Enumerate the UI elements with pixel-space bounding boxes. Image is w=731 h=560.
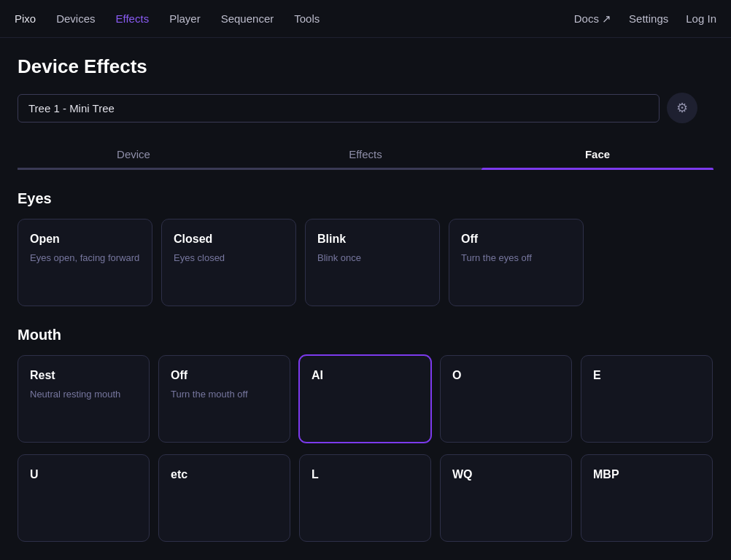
eye-card-open-title: Open bbox=[30, 233, 140, 246]
mouth-cards-row2: U etc L WQ MBP bbox=[18, 454, 713, 542]
nav-link-devices[interactable]: Devices bbox=[56, 12, 95, 25]
tab-device[interactable]: Device bbox=[18, 141, 250, 169]
nav-right: Docs ↗ Settings Log In bbox=[574, 12, 716, 26]
page-title: Device Effects bbox=[18, 55, 713, 78]
eye-card-off-title: Off bbox=[461, 233, 571, 246]
mouth-card-l[interactable]: L bbox=[299, 454, 431, 542]
mouth-card-rest[interactable]: Rest Neutral resting mouth bbox=[18, 355, 150, 443]
eye-card-blink-desc: Blink once bbox=[317, 252, 428, 265]
mouth-card-ai-title: AI bbox=[312, 369, 419, 382]
eye-card-open-desc: Eyes open, facing forward bbox=[30, 252, 140, 265]
mouth-card-e-title: E bbox=[593, 369, 700, 382]
nav-left: Pixo Devices Effects Player Sequencer To… bbox=[15, 12, 574, 25]
eye-card-closed[interactable]: Closed Eyes closed bbox=[161, 219, 296, 306]
nav-link-effects[interactable]: Effects bbox=[116, 12, 150, 25]
eye-card-closed-title: Closed bbox=[174, 233, 284, 246]
nav-login[interactable]: Log In bbox=[686, 12, 716, 25]
mouth-card-l-title: L bbox=[312, 468, 419, 481]
mouth-card-off-desc: Turn the mouth off bbox=[171, 388, 278, 402]
nav-link-sequencer[interactable]: Sequencer bbox=[221, 12, 274, 25]
eye-card-closed-desc: Eyes closed bbox=[174, 252, 284, 265]
mouth-card-wq[interactable]: WQ bbox=[440, 454, 572, 542]
nav-docs[interactable]: Docs ↗ bbox=[574, 12, 611, 26]
mouth-card-off[interactable]: Off Turn the mouth off bbox=[158, 355, 290, 443]
gear-icon: ⚙ bbox=[676, 100, 688, 116]
mouth-card-u[interactable]: U bbox=[18, 454, 150, 542]
device-row: Tree 1 - Mini Tree ⚙ bbox=[18, 93, 713, 123]
mouth-card-rest-title: Rest bbox=[30, 369, 137, 382]
nav-brand[interactable]: Pixo bbox=[15, 12, 36, 25]
tab-effects[interactable]: Effects bbox=[250, 141, 481, 169]
mouth-section-title: Mouth bbox=[18, 327, 713, 343]
mouth-card-wq-title: WQ bbox=[452, 468, 560, 481]
eye-card-off[interactable]: Off Turn the eyes off bbox=[449, 219, 584, 306]
eyes-section-title: Eyes bbox=[18, 190, 713, 207]
eye-card-blink-title: Blink bbox=[317, 233, 428, 246]
mouth-card-off-title: Off bbox=[171, 369, 278, 382]
eye-card-blink[interactable]: Blink Blink once bbox=[305, 219, 440, 306]
navbar: Pixo Devices Effects Player Sequencer To… bbox=[0, 0, 731, 38]
nav-settings[interactable]: Settings bbox=[629, 12, 668, 25]
eyes-section: Eyes Open Eyes open, facing forward Clos… bbox=[18, 190, 713, 306]
mouth-card-etc[interactable]: etc bbox=[158, 454, 290, 542]
mouth-card-mbp-title: MBP bbox=[593, 468, 700, 481]
nav-link-tools[interactable]: Tools bbox=[294, 12, 320, 25]
device-select[interactable]: Tree 1 - Mini Tree bbox=[18, 94, 660, 122]
mouth-section: Mouth Rest Neutral resting mouth Off Tur… bbox=[18, 327, 713, 542]
mouth-card-etc-title: etc bbox=[171, 468, 278, 481]
mouth-card-o-title: O bbox=[452, 369, 560, 382]
mouth-card-e[interactable]: E bbox=[581, 355, 713, 443]
eyes-cards-grid: Open Eyes open, facing forward Closed Ey… bbox=[18, 219, 713, 306]
mouth-cards-row1: Rest Neutral resting mouth Off Turn the … bbox=[18, 355, 713, 443]
mouth-card-u-title: U bbox=[30, 468, 137, 481]
nav-link-player[interactable]: Player bbox=[169, 12, 201, 25]
tabs-bar: Device Effects Face bbox=[18, 141, 713, 170]
eye-card-off-desc: Turn the eyes off bbox=[461, 252, 571, 265]
mouth-card-o[interactable]: O bbox=[440, 355, 572, 443]
mouth-card-ai[interactable]: AI bbox=[299, 355, 431, 443]
mouth-card-rest-desc: Neutral resting mouth bbox=[30, 388, 137, 402]
main-content: Device Effects Tree 1 - Mini Tree ⚙ Devi… bbox=[0, 38, 731, 560]
tab-face[interactable]: Face bbox=[481, 141, 713, 169]
eye-card-open[interactable]: Open Eyes open, facing forward bbox=[18, 219, 152, 306]
gear-button[interactable]: ⚙ bbox=[667, 93, 697, 123]
mouth-card-mbp[interactable]: MBP bbox=[581, 454, 713, 542]
